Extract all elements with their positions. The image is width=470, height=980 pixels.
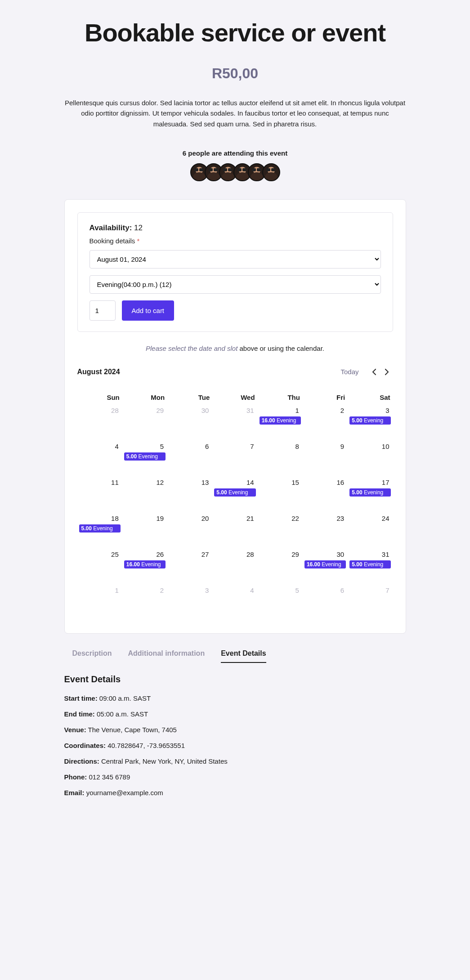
required-asterisk: * bbox=[137, 237, 139, 245]
day-number: 14 bbox=[214, 478, 255, 487]
calendar-day[interactable]: 15 bbox=[258, 477, 303, 513]
day-number: 19 bbox=[124, 514, 166, 523]
calendar-day[interactable]: 19 bbox=[122, 513, 167, 549]
calendar-day[interactable]: 2 bbox=[303, 405, 348, 441]
day-number: 29 bbox=[124, 406, 166, 415]
calendar-event-chip[interactable]: 5.00 Evening bbox=[349, 416, 391, 425]
calendar-event-chip[interactable]: 5.00 Evening bbox=[214, 488, 255, 497]
calendar-event-chip[interactable]: 5.00 Evening bbox=[79, 524, 121, 533]
calendar-day[interactable]: 11 bbox=[77, 477, 122, 513]
day-number: 6 bbox=[304, 586, 346, 595]
calendar-day[interactable]: 175.00 Evening bbox=[348, 477, 393, 513]
calendar-day: 5 bbox=[258, 585, 303, 621]
calendar-day[interactable]: 35.00 Evening bbox=[348, 405, 393, 441]
slot-select[interactable]: Evening(04:00 p.m.) (12) bbox=[90, 275, 381, 294]
calendar-day[interactable]: 4 bbox=[77, 441, 122, 477]
day-number: 26 bbox=[124, 550, 166, 559]
day-number: 7 bbox=[214, 442, 255, 451]
calendar-day[interactable]: 20 bbox=[167, 513, 212, 549]
today-button[interactable]: Today bbox=[340, 368, 358, 376]
calendar-day[interactable]: 185.00 Evening bbox=[77, 513, 122, 549]
tab-description[interactable]: Description bbox=[72, 649, 112, 663]
calendar-day: 30 bbox=[167, 405, 212, 441]
tab-additional-information[interactable]: Additional information bbox=[128, 649, 205, 663]
calendar-day[interactable]: 16 bbox=[303, 477, 348, 513]
day-number: 13 bbox=[169, 478, 210, 487]
day-number: 30 bbox=[169, 406, 210, 415]
event-details-heading: Event Details bbox=[64, 674, 406, 685]
attending-label: 6 people are attending this event bbox=[64, 149, 406, 157]
calendar-day[interactable]: 13 bbox=[167, 477, 212, 513]
calendar-day: 2 bbox=[122, 585, 167, 621]
calendar-month-label: August 2024 bbox=[77, 368, 341, 376]
detail-start-time: Start time: 09:00 a.m. SAST bbox=[64, 694, 406, 702]
day-number: 7 bbox=[349, 586, 391, 595]
calendar-day[interactable]: 55.00 Evening bbox=[122, 441, 167, 477]
next-month-button[interactable] bbox=[380, 366, 393, 378]
day-number: 28 bbox=[214, 550, 255, 559]
calendar-day[interactable]: 21 bbox=[212, 513, 257, 549]
detail-phone: Phone: 012 345 6789 bbox=[64, 773, 406, 781]
calendar-day[interactable]: 23 bbox=[303, 513, 348, 549]
quantity-input[interactable] bbox=[90, 300, 116, 321]
calendar-event-chip[interactable]: 16.00 Evening bbox=[260, 416, 301, 425]
price: R50,00 bbox=[64, 65, 406, 82]
calendar-day[interactable]: 116.00 Evening bbox=[258, 405, 303, 441]
date-select[interactable]: August 01, 2024 bbox=[90, 250, 381, 268]
calendar-grid: SunMonTueWedThuFriSat28293031116.00 Even… bbox=[77, 392, 393, 621]
description-text: Pellentesque quis cursus dolor. Sed laci… bbox=[64, 98, 406, 129]
calendar-event-chip[interactable]: 16.00 Evening bbox=[124, 560, 166, 568]
calendar-day[interactable]: 12 bbox=[122, 477, 167, 513]
booking-card: Availability: 12 Booking details * Augus… bbox=[64, 199, 406, 634]
calendar-day[interactable]: 315.00 Evening bbox=[348, 549, 393, 585]
calendar-day: 3 bbox=[167, 585, 212, 621]
day-number: 21 bbox=[214, 514, 255, 523]
helper-text: Please select the date and slot above or… bbox=[77, 345, 393, 352]
prev-month-button[interactable] bbox=[368, 366, 380, 378]
day-number: 30 bbox=[304, 550, 346, 559]
calendar-day[interactable]: 6 bbox=[167, 441, 212, 477]
calendar-event-chip[interactable]: 5.00 Evening bbox=[349, 560, 391, 568]
day-number: 25 bbox=[79, 550, 121, 559]
calendar-day[interactable]: 24 bbox=[348, 513, 393, 549]
calendar-day[interactable]: 25 bbox=[77, 549, 122, 585]
tabs: Description Additional information Event… bbox=[64, 649, 406, 663]
day-number: 31 bbox=[214, 406, 255, 415]
calendar-day[interactable]: 22 bbox=[258, 513, 303, 549]
calendar-day[interactable]: 9 bbox=[303, 441, 348, 477]
day-number: 27 bbox=[169, 550, 210, 559]
day-number: 28 bbox=[79, 406, 121, 415]
calendar-day[interactable]: 145.00 Evening bbox=[212, 477, 257, 513]
add-to-cart-button[interactable]: Add to cart bbox=[122, 300, 175, 321]
day-number: 22 bbox=[260, 514, 301, 523]
day-number: 1 bbox=[79, 586, 121, 595]
day-number: 4 bbox=[214, 586, 255, 595]
day-number: 6 bbox=[169, 442, 210, 451]
day-number: 29 bbox=[260, 550, 301, 559]
calendar-day[interactable]: 2616.00 Evening bbox=[122, 549, 167, 585]
tab-event-details[interactable]: Event Details bbox=[221, 649, 266, 663]
calendar-event-chip[interactable]: 5.00 Evening bbox=[124, 452, 166, 461]
day-number: 20 bbox=[169, 514, 210, 523]
dow-header: Thu bbox=[258, 392, 303, 405]
day-number: 1 bbox=[260, 406, 301, 415]
availability-value: 12 bbox=[134, 224, 143, 232]
calendar-day[interactable]: 29 bbox=[258, 549, 303, 585]
dow-header: Mon bbox=[122, 392, 167, 405]
day-number: 2 bbox=[124, 586, 166, 595]
dow-header: Sun bbox=[77, 392, 122, 405]
detail-coordinates: Coordinates: 40.7828647, -73.9653551 bbox=[64, 742, 406, 749]
calendar-day[interactable]: 8 bbox=[258, 441, 303, 477]
day-number: 4 bbox=[79, 442, 121, 451]
chevron-right-icon bbox=[385, 368, 389, 376]
calendar-day: 1 bbox=[77, 585, 122, 621]
calendar-day[interactable]: 28 bbox=[212, 549, 257, 585]
calendar-day: 6 bbox=[303, 585, 348, 621]
avatar-row bbox=[64, 163, 406, 181]
calendar-event-chip[interactable]: 5.00 Evening bbox=[349, 488, 391, 497]
calendar-day[interactable]: 7 bbox=[212, 441, 257, 477]
calendar-day[interactable]: 10 bbox=[348, 441, 393, 477]
calendar-event-chip[interactable]: 16.00 Evening bbox=[304, 560, 346, 568]
calendar-day[interactable]: 27 bbox=[167, 549, 212, 585]
calendar-day[interactable]: 3016.00 Evening bbox=[303, 549, 348, 585]
